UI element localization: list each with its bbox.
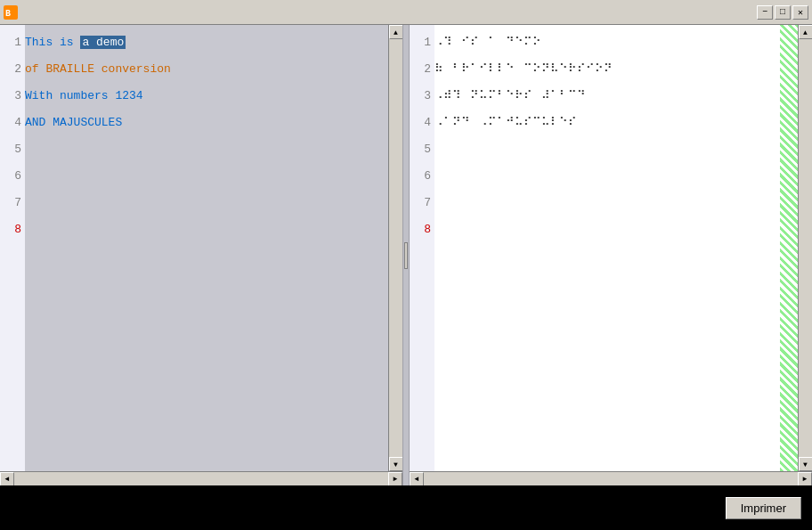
text-line-6 xyxy=(25,162,388,189)
braille-line-num-4: 4 xyxy=(410,109,434,135)
braille-line-7 xyxy=(434,189,780,216)
line-num-1: 1 xyxy=(0,29,25,55)
right-scrollbar-h[interactable]: ◄ ► xyxy=(410,471,812,485)
text-span: of BRAILLE conversion xyxy=(25,62,171,76)
right-scrollbar-v[interactable]: ▲ ▼ xyxy=(798,25,812,471)
braille-line-num-5: 5 xyxy=(410,135,434,162)
text-line-3: With numbers 1234 xyxy=(25,82,388,109)
braille-text: ⠠⠁⠝⠙⠀⠠⠍⠁⠚⠥⠎⠉⠥⠇⠑⠎ xyxy=(434,115,577,129)
text-span: AND MAJUSCULES xyxy=(25,116,122,129)
svg-text:B: B xyxy=(5,9,11,19)
line-num-6: 6 xyxy=(0,162,25,189)
braille-line-num-8: 8 xyxy=(410,216,434,242)
line-num-5: 5 xyxy=(0,135,25,162)
braille-line-6 xyxy=(434,162,780,189)
green-stripe xyxy=(780,25,798,471)
right-editor: 1 2 3 4 5 6 7 8 ⠠⠹⠀⠊⠎⠀⠁⠀⠙⠑⠍⠕ ⠷⠀⠃⠗⠁⠊⠇⠇⠑⠀⠉… xyxy=(410,25,780,471)
title-bar-controls: − □ ✕ xyxy=(757,5,808,20)
line-num-2: 2 xyxy=(0,55,25,82)
braille-line-8 xyxy=(434,216,780,242)
scroll-down-btn[interactable]: ▼ xyxy=(389,457,403,471)
text-line-1: This is a demo xyxy=(25,29,388,55)
text-span: This is xyxy=(25,36,80,49)
line-num-7: 7 xyxy=(0,189,25,216)
scroll-left-btn-right[interactable]: ◄ xyxy=(410,472,424,486)
scroll-right-btn[interactable]: ► xyxy=(388,472,402,486)
scroll-track-v-right[interactable] xyxy=(799,39,812,457)
title-bar-left: B xyxy=(4,5,18,20)
text-line-5 xyxy=(25,135,388,162)
braille-line-num-7: 7 xyxy=(410,189,434,216)
text-line-8 xyxy=(25,216,388,242)
panel-splitter[interactable] xyxy=(402,25,410,485)
title-bar: B − □ ✕ xyxy=(0,0,812,25)
left-scrollbar-h[interactable]: ◄ ► xyxy=(0,471,402,485)
splitter-handle xyxy=(404,242,408,269)
braille-line-num-1: 1 xyxy=(410,29,434,55)
minimize-button[interactable]: − xyxy=(757,5,773,20)
braille-text-area[interactable]: ⠠⠹⠀⠊⠎⠀⠁⠀⠙⠑⠍⠕ ⠷⠀⠃⠗⠁⠊⠇⠇⠑⠀⠉⠕⠝⠧⠑⠗⠎⠊⠕⠝ ⠠⠾⠹⠀⠝⠥… xyxy=(434,25,780,471)
scroll-track-h-right[interactable] xyxy=(424,472,798,485)
line-num-8: 8 xyxy=(0,216,25,242)
scroll-up-btn[interactable]: ▲ xyxy=(389,25,403,39)
braille-text: ⠷⠀⠃⠗⠁⠊⠇⠇⠑⠀⠉⠕⠝⠧⠑⠗⠎⠊⠕⠝ xyxy=(434,61,613,76)
line-num-3: 3 xyxy=(0,82,25,109)
scroll-right-btn-right[interactable]: ► xyxy=(798,472,812,486)
scroll-track-v[interactable] xyxy=(389,39,402,457)
braille-line-1: ⠠⠹⠀⠊⠎⠀⠁⠀⠙⠑⠍⠕ xyxy=(434,29,780,55)
scroll-down-btn-right[interactable]: ▼ xyxy=(799,457,813,471)
braille-line-num-2: 2 xyxy=(410,55,434,82)
braille-line-num-6: 6 xyxy=(410,162,434,189)
left-text-area[interactable]: This is a demo of BRAILLE conversion Wit… xyxy=(25,25,388,471)
close-button[interactable]: ✕ xyxy=(792,5,808,20)
app-icon: B xyxy=(4,5,18,20)
line-num-4: 4 xyxy=(0,109,25,135)
braille-line-4: ⠠⠁⠝⠙⠀⠠⠍⠁⠚⠥⠎⠉⠥⠇⠑⠎ xyxy=(434,109,780,135)
right-line-numbers: 1 2 3 4 5 6 7 8 xyxy=(410,25,434,471)
text-highlight-span: a demo xyxy=(80,36,126,49)
text-line-2: of BRAILLE conversion xyxy=(25,55,388,82)
left-panel: 1 2 3 4 5 6 7 8 This is a demo of BRAILL… xyxy=(0,25,402,485)
footer: Imprimer xyxy=(0,485,812,530)
main-content: 1 2 3 4 5 6 7 8 This is a demo of BRAILL… xyxy=(0,25,812,485)
left-editor: 1 2 3 4 5 6 7 8 This is a demo of BRAILL… xyxy=(0,25,388,471)
braille-line-5 xyxy=(434,135,780,162)
scroll-up-btn-right[interactable]: ▲ xyxy=(799,25,813,39)
scroll-track-h[interactable] xyxy=(14,472,388,485)
braille-text: ⠠⠹⠀⠊⠎⠀⠁⠀⠙⠑⠍⠕ xyxy=(434,35,541,49)
braille-line-2: ⠷⠀⠃⠗⠁⠊⠇⠇⠑⠀⠉⠕⠝⠧⠑⠗⠎⠊⠕⠝ xyxy=(434,55,780,82)
text-line-4: AND MAJUSCULES xyxy=(25,109,388,135)
text-span: With numbers 1234 xyxy=(25,89,143,102)
braille-line-3: ⠠⠾⠹⠀⠝⠥⠍⠃⠑⠗⠎⠀⠼⠁⠃⠉⠙ xyxy=(434,82,780,109)
left-line-numbers: 1 2 3 4 5 6 7 8 xyxy=(0,25,25,471)
maximize-button[interactable]: □ xyxy=(775,5,791,20)
braille-text: ⠠⠾⠹⠀⠝⠥⠍⠃⠑⠗⠎⠀⠼⠁⠃⠉⠙ xyxy=(434,88,586,102)
braille-line-num-3: 3 xyxy=(410,82,434,109)
print-button[interactable]: Imprimer xyxy=(726,497,801,519)
right-panel: 1 2 3 4 5 6 7 8 ⠠⠹⠀⠊⠎⠀⠁⠀⠙⠑⠍⠕ ⠷⠀⠃⠗⠁⠊⠇⠇⠑⠀⠉… xyxy=(410,25,812,485)
text-line-7 xyxy=(25,189,388,216)
scroll-left-btn[interactable]: ◄ xyxy=(0,472,14,486)
left-scrollbar-v[interactable]: ▲ ▼ xyxy=(388,25,402,471)
